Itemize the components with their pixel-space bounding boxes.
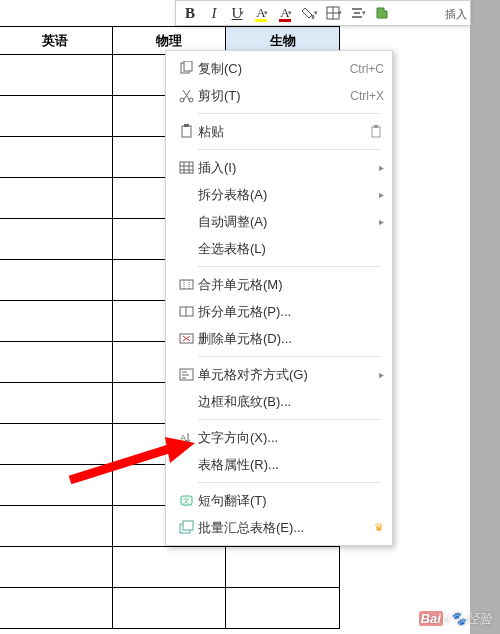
underline-button[interactable]: U▾	[227, 3, 249, 23]
menu-split-table[interactable]: 拆分表格(A) ▸	[166, 181, 392, 208]
paste-icon	[174, 124, 198, 139]
align-icon	[174, 367, 198, 382]
menu-paste[interactable]: 粘贴	[166, 118, 392, 145]
svg-rect-10	[182, 126, 191, 137]
insert-label: 插入	[445, 7, 467, 22]
translate-icon: 文	[174, 493, 198, 508]
menu-select-all-table[interactable]: 全选表格(L)	[166, 235, 392, 262]
menu-separator	[198, 149, 380, 150]
menu-label: 剪切(T)	[198, 87, 350, 105]
table-row	[0, 588, 340, 629]
submenu-arrow-icon: ▸	[379, 216, 384, 227]
delete-icon	[174, 331, 198, 346]
menu-merge-cells[interactable]: 合并单元格(M)	[166, 271, 392, 298]
split-icon	[174, 304, 198, 319]
font-color-button[interactable]: A▾	[275, 3, 297, 23]
svg-rect-12	[372, 127, 380, 137]
italic-button[interactable]: I	[203, 3, 225, 23]
menu-label: 复制(C)	[198, 60, 350, 78]
highlight-button[interactable]: A▾	[251, 3, 273, 23]
copy-icon	[174, 61, 198, 76]
submenu-arrow-icon: ▸	[379, 369, 384, 380]
menu-batch-tables[interactable]: 批量汇总表格(E)... ♛	[166, 514, 392, 541]
premium-icon: ♛	[374, 521, 384, 534]
menu-separator	[198, 356, 380, 357]
menu-label: 表格属性(R)...	[198, 456, 384, 474]
menu-text-direction[interactable]: A 文字方向(X)...	[166, 424, 392, 451]
menu-label: 批量汇总表格(E)...	[198, 519, 370, 537]
menu-auto-fit[interactable]: 自动调整(A) ▸	[166, 208, 392, 235]
fill-button[interactable]: ▾	[299, 3, 321, 23]
menu-translate[interactable]: 文 短句翻译(T)	[166, 487, 392, 514]
bold-button[interactable]: B	[179, 3, 201, 23]
cut-icon	[174, 88, 198, 103]
svg-rect-14	[180, 162, 193, 173]
submenu-arrow-icon: ▸	[379, 162, 384, 173]
menu-copy[interactable]: 复制(C) Ctrl+C	[166, 55, 392, 82]
menu-cut[interactable]: 剪切(T) Ctrl+X	[166, 82, 392, 109]
merge-icon	[174, 277, 198, 292]
column-header[interactable]: 英语	[0, 27, 112, 55]
text-direction-icon: A	[174, 430, 198, 445]
menu-label: 拆分单元格(P)...	[198, 303, 384, 321]
table-icon	[174, 160, 198, 175]
paste-options-icon	[370, 125, 384, 139]
menu-delete-cells[interactable]: 删除单元格(D)...	[166, 325, 392, 352]
menu-label: 边框和底纹(B)...	[198, 393, 384, 411]
batch-icon	[174, 520, 198, 535]
border-button[interactable]: ▾	[323, 3, 345, 23]
menu-label: 全选表格(L)	[198, 240, 384, 258]
menu-label: 短句翻译(T)	[198, 492, 384, 510]
menu-label: 自动调整(A)	[198, 213, 375, 231]
menu-label: 单元格对齐方式(G)	[198, 366, 375, 384]
menu-shortcut: Ctrl+X	[350, 89, 384, 103]
menu-label: 粘贴	[198, 123, 370, 141]
menu-separator	[198, 113, 380, 114]
menu-label: 拆分表格(A)	[198, 186, 375, 204]
svg-rect-11	[184, 124, 189, 127]
menu-label: 删除单元格(D)...	[198, 330, 384, 348]
svg-rect-13	[374, 125, 378, 128]
menu-cell-align[interactable]: 单元格对齐方式(G) ▸	[166, 361, 392, 388]
svg-text:文: 文	[183, 497, 190, 504]
menu-insert[interactable]: 插入(I) ▸	[166, 154, 392, 181]
submenu-arrow-icon: ▸	[379, 189, 384, 200]
align-button[interactable]: ▾	[347, 3, 369, 23]
svg-rect-19	[180, 280, 193, 289]
menu-separator	[198, 482, 380, 483]
menu-borders[interactable]: 边框和底纹(B)...	[166, 388, 392, 415]
table-row	[0, 547, 340, 588]
mini-toolbar: B I U▾ A▾ A▾ ▾ ▾ ▾ 插入	[175, 0, 471, 26]
menu-split-cells[interactable]: 拆分单元格(P)...	[166, 298, 392, 325]
menu-shortcut: Ctrl+C	[350, 62, 384, 76]
menu-table-properties[interactable]: 表格属性(R)...	[166, 451, 392, 478]
svg-rect-35	[183, 521, 193, 530]
menu-label: 合并单元格(M)	[198, 276, 384, 294]
svg-text:A: A	[180, 433, 186, 443]
svg-rect-7	[184, 61, 192, 71]
menu-separator	[198, 266, 380, 267]
menu-label: 插入(I)	[198, 159, 375, 177]
menu-separator	[198, 419, 380, 420]
context-menu: 复制(C) Ctrl+C 剪切(T) Ctrl+X 粘贴 插入(I) ▸ 拆分表…	[165, 50, 393, 546]
menu-label: 文字方向(X)...	[198, 429, 384, 447]
table-insert-button[interactable]	[371, 3, 393, 23]
